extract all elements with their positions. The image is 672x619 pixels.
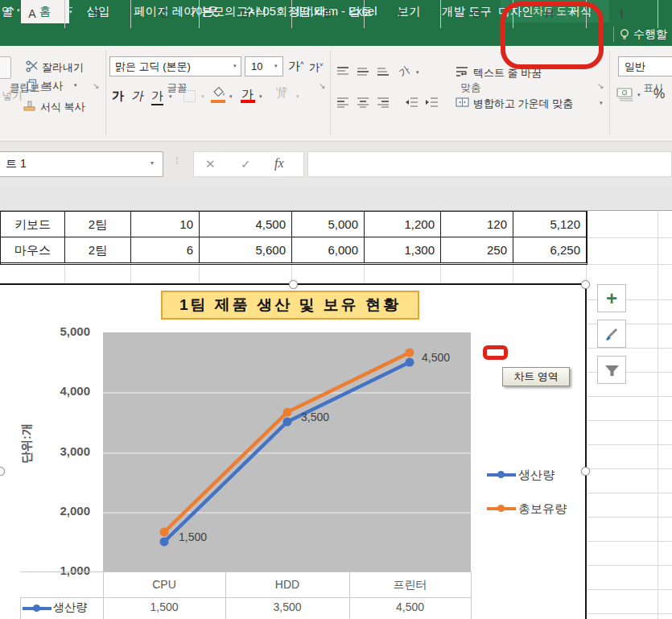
cell-h1[interactable]: 5,120	[513, 212, 587, 237]
borders-dropdown-icon[interactable]: ▾	[201, 93, 204, 100]
font-name-combo[interactable]: 맑은 고딕 (본문)	[109, 56, 241, 76]
clipboard-dialog-launcher-icon[interactable]: ↘	[93, 81, 99, 90]
decrease-indent-icon[interactable]	[405, 97, 418, 108]
cell-d1[interactable]: 4,500	[200, 212, 292, 237]
align-middle-icon[interactable]	[357, 66, 369, 77]
cell-c2[interactable]: 6	[131, 237, 200, 263]
copy-dropdown-icon[interactable]: ▾	[74, 82, 77, 89]
chart-filters-button[interactable]	[597, 356, 626, 384]
cell-b2[interactable]: 2팀	[65, 237, 131, 263]
align-center-icon[interactable]	[357, 97, 369, 108]
cell-h2[interactable]: 6,250	[513, 237, 587, 263]
shrink-font-button[interactable]: 가˅	[309, 60, 324, 75]
cell-c1[interactable]: 10	[131, 212, 200, 237]
number-format-combo[interactable]: 일반	[618, 56, 672, 76]
enter-icon[interactable]: ✓	[241, 157, 251, 171]
data-label-hdd: 3,500	[301, 411, 329, 423]
column-header-c[interactable]: C	[130, 0, 200, 28]
chart-handle-top[interactable]	[289, 280, 298, 289]
cancel-icon[interactable]: ✕	[205, 157, 216, 171]
chart-area[interactable]: 1팀 제품 생산 및 보유 현황 5,000 4,000 3,000 2,000…	[0, 283, 587, 619]
gridline	[130, 265, 131, 283]
cell-d2[interactable]: 5,600	[200, 237, 292, 263]
cell-g2[interactable]: 250	[441, 237, 513, 263]
column-header-e[interactable]: E	[291, 0, 365, 28]
font-size-dropdown-icon[interactable]: ▾	[274, 63, 278, 69]
data-label-printer: 4,500	[422, 351, 450, 364]
excel-window: ↶ ▾ ↷ ▾ ▾ 기본모의고사 05회정답.xlsm - Excel 차트 도…	[0, 0, 672, 619]
cell-g1[interactable]: 120	[441, 212, 513, 237]
chart-elements-button[interactable]: +	[597, 284, 626, 312]
fill-color-dropdown-icon[interactable]: ▾	[229, 93, 233, 100]
font-group-label: 글꼴	[157, 81, 197, 94]
chart-handle-top-right[interactable]	[581, 280, 590, 289]
legend-item-2[interactable]: 총보유량	[518, 501, 567, 517]
insert-function-icon[interactable]: fx	[274, 156, 284, 171]
name-box-dropdown-icon[interactable]: ▾	[150, 159, 154, 167]
cut-button[interactable]: 잘라내기	[42, 60, 84, 75]
cell-e1[interactable]: 5,000	[292, 212, 365, 237]
table-line	[20, 597, 21, 619]
align-right-icon[interactable]	[377, 97, 390, 108]
group-separator	[609, 50, 610, 135]
name-box-value: 트 1	[6, 157, 27, 171]
category-label-cpu[interactable]: CPU	[103, 578, 225, 594]
format-painter-icon	[23, 100, 36, 113]
merge-center-button[interactable]: 병합하고 가운데 맞춤	[473, 97, 573, 111]
cell-e2[interactable]: 6,000	[292, 237, 365, 263]
category-label-hdd[interactable]: HDD	[225, 578, 349, 594]
data-range: 키보드 2팀 10 4,500 5,000 1,200 120 5,120 마우…	[0, 211, 587, 265]
underline-dropdown-icon[interactable]: ▾	[169, 93, 172, 100]
formula-bar-splitter[interactable]: ⁞	[175, 155, 179, 167]
gridline	[440, 265, 441, 283]
table-legend-key-dot	[33, 605, 40, 612]
alignment-dialog-launcher-icon[interactable]: ↘	[597, 81, 604, 90]
merge-center-icon	[456, 97, 469, 108]
legend-item-1[interactable]: 생산량	[518, 468, 555, 483]
phonetic-guide-icon[interactable]: 내천 川	[276, 86, 287, 98]
orientation-dropdown-icon[interactable]: ▾	[416, 69, 419, 76]
chart-styles-button[interactable]	[597, 320, 626, 348]
chart-handle-right[interactable]	[581, 467, 590, 476]
annotation-red-circle	[501, 2, 604, 69]
merge-dropdown-icon[interactable]: ▾	[600, 100, 603, 106]
fill-color-icon[interactable]	[211, 86, 227, 99]
number-group-label: 표시	[636, 81, 671, 94]
gridline	[364, 265, 365, 283]
tab-divider	[613, 27, 614, 42]
increase-indent-icon[interactable]	[425, 97, 439, 108]
bold-button[interactable]: 가	[112, 89, 124, 104]
font-dialog-launcher-icon[interactable]: ↘	[319, 81, 325, 90]
cell-f1[interactable]: 1,200	[365, 212, 441, 237]
name-box[interactable]: 트 1 ▾	[0, 151, 163, 177]
format-painter-button[interactable]: 서식 복사	[40, 100, 85, 114]
align-top-icon[interactable]	[336, 66, 349, 77]
chart-selection-border-right	[585, 283, 587, 619]
phonetic-dropdown-icon[interactable]: ▾	[296, 93, 299, 100]
gridline	[64, 265, 65, 283]
column-headers	[0, 182, 672, 211]
cell-a1[interactable]: 키보드	[1, 212, 65, 237]
column-header-a[interactable]: A	[0, 0, 65, 28]
align-bottom-icon[interactable]	[377, 66, 390, 77]
cell-f2[interactable]: 1,300	[365, 237, 441, 263]
currency-icon[interactable]	[616, 88, 634, 101]
column-header-f[interactable]: F	[364, 0, 441, 28]
font-color-dropdown-icon[interactable]: ▾	[259, 93, 262, 100]
category-label-printer[interactable]: 프린터	[349, 578, 471, 594]
formula-input[interactable]	[307, 151, 672, 177]
table-line	[471, 572, 472, 619]
cell-a2[interactable]: 마우스	[1, 237, 65, 263]
align-left-icon[interactable]	[336, 97, 349, 108]
column-header-d[interactable]: D	[199, 0, 292, 28]
legend-key-dot-1	[497, 471, 505, 478]
formula-button-panel: ✕ ✓ fx	[193, 151, 304, 177]
chart-area-tooltip: 차트 영역	[502, 367, 570, 386]
cell-b1[interactable]: 2팀	[65, 212, 131, 237]
paste-icon[interactable]	[0, 56, 11, 79]
grow-font-button[interactable]: 가˄	[288, 59, 304, 74]
series-lines[interactable]	[0, 283, 587, 619]
font-name-dropdown-icon[interactable]: ▾	[233, 63, 237, 69]
group-separator	[105, 50, 106, 135]
column-header-b[interactable]: B	[64, 0, 131, 28]
